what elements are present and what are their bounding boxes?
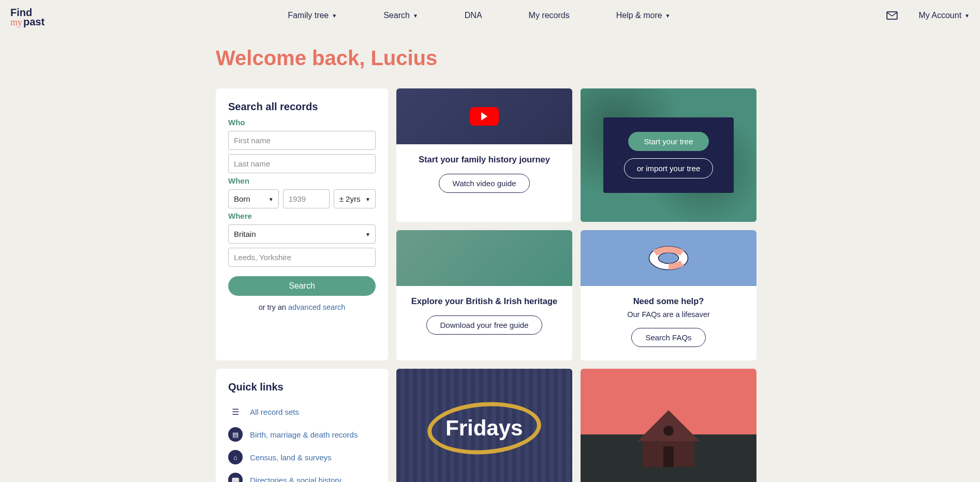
help-card-title: Need some help? bbox=[590, 296, 747, 306]
start-tree-card: Start your tree or import your tree bbox=[581, 88, 756, 222]
quick-link-directories-label[interactable]: Directories & social history bbox=[250, 476, 341, 483]
welcome-heading: Welcome back, Lucius bbox=[216, 47, 764, 70]
where-label: Where bbox=[228, 212, 376, 220]
chevron-down-icon: ▼ bbox=[665, 13, 671, 19]
search-faqs-button[interactable]: Search FAQs bbox=[631, 328, 705, 347]
logo[interactable]: Find mypast bbox=[10, 5, 44, 26]
advanced-search-link[interactable]: advanced search bbox=[288, 303, 345, 311]
nav-family-tree[interactable]: Family tree ▼ bbox=[288, 11, 337, 20]
mail-icon[interactable] bbox=[886, 11, 898, 20]
svg-rect-5 bbox=[663, 446, 674, 467]
country-select[interactable]: Britain bbox=[228, 224, 376, 244]
quick-links-card: Quick links ☰ All record sets ▤ Birth, m… bbox=[216, 369, 388, 482]
book-icon: 📖 bbox=[228, 473, 243, 482]
nav-my-records[interactable]: My records bbox=[529, 11, 570, 20]
help-card: Need some help? Our FAQs are a lifesaver… bbox=[581, 230, 756, 360]
or-try-prefix: or try an bbox=[259, 303, 288, 311]
lifering-icon bbox=[645, 243, 692, 274]
nav-dna-label: DNA bbox=[465, 11, 482, 20]
top-nav: Find mypast Family tree ▼ Search ▼ DNA M… bbox=[0, 0, 980, 31]
logo-line2: mypast bbox=[10, 17, 44, 26]
quick-link-directories[interactable]: 📖 Directories & social history bbox=[228, 469, 376, 482]
who-label: Who bbox=[228, 118, 376, 127]
list-icon: ☰ bbox=[228, 404, 243, 419]
quick-link-census[interactable]: ⌂ Census, land & surveys bbox=[228, 446, 376, 469]
tolerance-select[interactable]: ± 2yrs bbox=[334, 189, 376, 208]
quick-link-bmd[interactable]: ▤ Birth, marriage & death records bbox=[228, 423, 376, 446]
search-records-card: Search all records Who When Born ▼ ± 2yr… bbox=[216, 88, 388, 360]
nav-search[interactable]: Search ▼ bbox=[383, 11, 418, 20]
video-thumbnail[interactable] bbox=[396, 88, 572, 144]
heritage-card: Explore your British & Irish heritage Do… bbox=[396, 230, 572, 360]
quick-links-title: Quick links bbox=[228, 381, 376, 393]
nav-family-tree-label: Family tree bbox=[288, 11, 329, 20]
tree-panel: Start your tree or import your tree bbox=[603, 117, 734, 193]
chevron-down-icon: ▼ bbox=[413, 13, 418, 19]
quick-link-bmd-label[interactable]: Birth, marriage & death records bbox=[250, 430, 358, 439]
chevron-down-icon: ▼ bbox=[332, 13, 337, 19]
help-card-sub: Our FAQs are a lifesaver bbox=[590, 310, 747, 319]
search-card-title: Search all records bbox=[228, 101, 376, 113]
right-nav: My Account ▼ bbox=[886, 11, 970, 20]
last-name-input[interactable] bbox=[228, 154, 376, 173]
watch-video-button[interactable]: Watch video guide bbox=[439, 174, 530, 193]
main-nav: Family tree ▼ Search ▼ DNA My records He… bbox=[288, 11, 670, 20]
play-icon bbox=[470, 107, 499, 126]
video-guide-card: Start your family history journey Watch … bbox=[396, 88, 572, 222]
svg-point-4 bbox=[663, 426, 674, 436]
import-tree-button[interactable]: or import your tree bbox=[624, 158, 714, 178]
quick-link-all[interactable]: ☰ All record sets bbox=[228, 400, 376, 423]
quick-link-all-label[interactable]: All record sets bbox=[250, 408, 299, 416]
when-label: When bbox=[228, 176, 376, 185]
quick-link-census-label[interactable]: Census, land & surveys bbox=[250, 453, 332, 462]
fridays-text: Fridays bbox=[446, 416, 523, 441]
svg-point-1 bbox=[659, 253, 679, 264]
nav-account-label: My Account bbox=[918, 11, 961, 20]
first-name-input[interactable] bbox=[228, 131, 376, 150]
heritage-card-title: Explore your British & Irish heritage bbox=[406, 296, 563, 306]
heritage-image bbox=[396, 230, 572, 286]
nav-my-records-label: My records bbox=[529, 11, 570, 20]
document-icon: ▤ bbox=[228, 427, 243, 442]
church-card[interactable] bbox=[581, 369, 756, 482]
chevron-down-icon: ▼ bbox=[964, 13, 970, 19]
church-icon bbox=[632, 410, 705, 467]
video-card-title: Start your family history journey bbox=[406, 155, 563, 164]
place-input[interactable] bbox=[228, 248, 376, 267]
search-button[interactable]: Search bbox=[228, 276, 376, 296]
nav-dna[interactable]: DNA bbox=[465, 11, 482, 20]
nav-help-label: Help & more bbox=[616, 11, 662, 20]
house-icon: ⌂ bbox=[228, 450, 243, 464]
start-tree-button[interactable]: Start your tree bbox=[628, 132, 708, 151]
nav-search-label: Search bbox=[383, 11, 410, 20]
nav-help[interactable]: Help & more ▼ bbox=[616, 11, 671, 20]
year-input[interactable] bbox=[283, 189, 330, 208]
advanced-search-line: or try an advanced search bbox=[228, 303, 376, 311]
download-guide-button[interactable]: Download your free guide bbox=[426, 315, 543, 335]
fridays-card[interactable]: Fridays bbox=[396, 369, 572, 482]
help-image bbox=[581, 230, 756, 286]
nav-account[interactable]: My Account ▼ bbox=[918, 11, 970, 20]
event-type-select[interactable]: Born bbox=[228, 189, 279, 208]
